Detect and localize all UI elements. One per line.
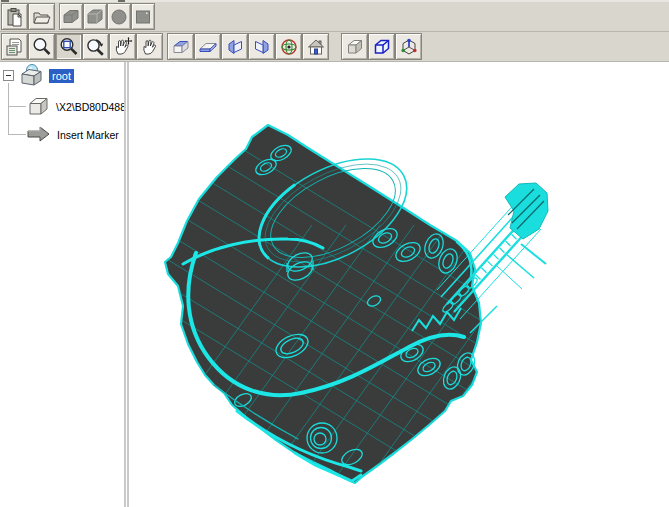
toolbar-area bbox=[0, 2, 669, 62]
tree-node-insert-marker[interactable]: Insert Marker bbox=[26, 123, 119, 147]
tree-connector bbox=[8, 83, 9, 135]
tree-node-root[interactable]: root bbox=[18, 63, 74, 89]
pan-hand-icon bbox=[112, 36, 134, 58]
axes-icon bbox=[399, 37, 419, 57]
zoom-window-icon bbox=[58, 36, 80, 58]
shape-cube-button[interactable] bbox=[83, 3, 107, 30]
viewport-3d[interactable] bbox=[129, 62, 669, 507]
shape-sphere-button[interactable] bbox=[107, 3, 131, 30]
main-area: root \X2\BD80D488\> bbox=[0, 62, 669, 507]
view-home-button[interactable] bbox=[302, 33, 329, 60]
view-bottom-button[interactable] bbox=[194, 33, 221, 60]
view-left-button[interactable] bbox=[221, 33, 248, 60]
shaded-cube-icon bbox=[345, 37, 365, 57]
globe-icon bbox=[279, 37, 299, 57]
shape-slab-button[interactable] bbox=[59, 3, 83, 30]
view-top-button[interactable] bbox=[167, 33, 194, 60]
display-shaded-button[interactable] bbox=[341, 33, 368, 60]
shape-plane-button[interactable] bbox=[131, 3, 155, 30]
rotate-view-button[interactable] bbox=[136, 33, 163, 60]
report-page-icon bbox=[5, 37, 25, 57]
home-icon bbox=[306, 37, 326, 57]
tree-connector bbox=[8, 134, 26, 135]
view-top-icon bbox=[171, 37, 191, 57]
hand-icon bbox=[139, 36, 161, 58]
zoom-icon bbox=[31, 36, 53, 58]
gray-slab-icon bbox=[61, 7, 81, 27]
open-button[interactable] bbox=[28, 3, 55, 30]
clipboard-paste-icon bbox=[5, 7, 25, 27]
tree-expander-root[interactable] bbox=[3, 70, 14, 81]
zoom-rotate-button[interactable] bbox=[82, 33, 109, 60]
toolbar-standard bbox=[0, 2, 669, 32]
view-bottom-icon bbox=[198, 37, 218, 57]
report-button[interactable] bbox=[1, 33, 28, 60]
tree-node-part[interactable]: \X2\BD80D488\> bbox=[26, 94, 135, 120]
view-globe-button[interactable] bbox=[275, 33, 302, 60]
application-window: root \X2\BD80D488\> bbox=[0, 0, 669, 507]
model-3d-wireframe bbox=[129, 62, 669, 507]
tree-root-label: root bbox=[49, 69, 74, 83]
gray-cube-icon bbox=[85, 7, 105, 27]
display-axes-button[interactable] bbox=[395, 33, 422, 60]
toolbar-view bbox=[0, 32, 669, 62]
open-folder-icon bbox=[32, 7, 52, 27]
view-left-icon bbox=[225, 37, 245, 57]
model-tree-panel: root \X2\BD80D488\> bbox=[0, 62, 124, 507]
gray-plane-icon bbox=[133, 7, 153, 27]
tree-connector bbox=[8, 106, 26, 107]
wireframe-cube-icon bbox=[372, 37, 392, 57]
paste-button[interactable] bbox=[1, 3, 28, 30]
block-arrow-icon bbox=[26, 123, 52, 147]
display-wireframe-button[interactable] bbox=[368, 33, 395, 60]
tree-marker-label: Insert Marker bbox=[57, 129, 119, 141]
view-right-button[interactable] bbox=[248, 33, 275, 60]
zoom-window-button[interactable] bbox=[55, 33, 82, 60]
gray-sphere-icon bbox=[109, 7, 129, 27]
zoom-button[interactable] bbox=[28, 33, 55, 60]
assembly-box-sphere-icon bbox=[18, 62, 46, 90]
solid-cube-icon bbox=[26, 94, 51, 121]
zoom-rotate-icon bbox=[85, 36, 107, 58]
pan-button[interactable] bbox=[109, 33, 136, 60]
view-right-icon bbox=[252, 37, 272, 57]
